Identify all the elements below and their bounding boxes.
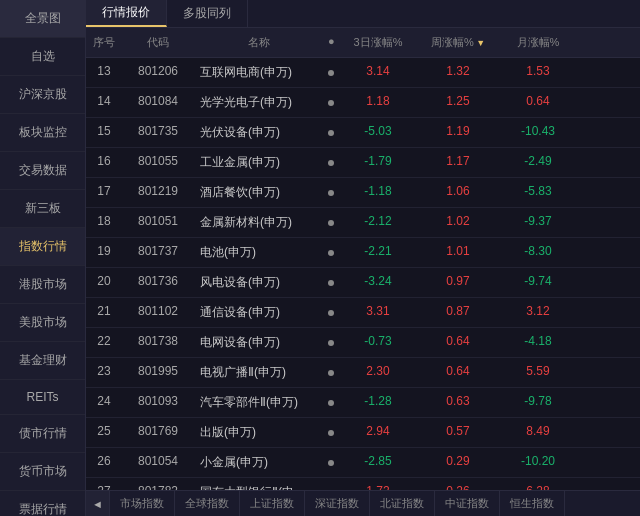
- cell-name: 出版(申万): [194, 420, 324, 445]
- sidebar-item[interactable]: 港股市场: [0, 266, 85, 304]
- cell-month: 5.59: [498, 360, 578, 385]
- cell-code: 801735: [122, 120, 194, 145]
- table-body: 13801206互联网电商(申万)3.141.321.5314801084光学光…: [86, 58, 640, 490]
- bottom-tab[interactable]: 市场指数: [110, 491, 175, 516]
- sidebar-item[interactable]: 全景图: [0, 0, 85, 38]
- col-day3[interactable]: 3日涨幅%: [338, 32, 418, 53]
- cell-week: 0.97: [418, 270, 498, 295]
- table-header: 序号 代码 名称 ● 3日涨幅% 周涨幅% 月涨幅%: [86, 28, 640, 58]
- cell-day3: 2.30: [338, 360, 418, 385]
- cell-name: 电视广播Ⅱ(申万): [194, 360, 324, 385]
- dot-indicator: [328, 70, 334, 76]
- bottom-tab[interactable]: 上证指数: [240, 491, 305, 516]
- table-row[interactable]: 16801055工业金属(申万)-1.791.17-2.49: [86, 148, 640, 178]
- table-row[interactable]: 26801054小金属(申万)-2.850.29-10.20: [86, 448, 640, 478]
- cell-dot: [324, 420, 338, 445]
- cell-name: 光学光电子(申万): [194, 90, 324, 115]
- cell-name: 通信设备(申万): [194, 300, 324, 325]
- sidebar-item[interactable]: REITs: [0, 380, 85, 415]
- cell-day3: 3.14: [338, 60, 418, 85]
- table-row[interactable]: 21801102通信设备(申万)3.310.873.12: [86, 298, 640, 328]
- cell-month: -9.37: [498, 210, 578, 235]
- cell-num: 18: [86, 210, 122, 235]
- cell-dot: [324, 330, 338, 355]
- table-row[interactable]: 14801084光学光电子(申万)1.181.250.64: [86, 88, 640, 118]
- dot-indicator: [328, 250, 334, 256]
- scroll-left-button[interactable]: ◄: [86, 491, 110, 516]
- cell-week: 1.19: [418, 120, 498, 145]
- table-row[interactable]: 19801737电池(申万)-2.211.01-8.30: [86, 238, 640, 268]
- bottom-tab[interactable]: 深证指数: [305, 491, 370, 516]
- sidebar-item[interactable]: 新三板: [0, 190, 85, 228]
- cell-name: 金属新材料(申万): [194, 210, 324, 235]
- cell-name: 酒店餐饮(申万): [194, 180, 324, 205]
- cell-day3: -3.24: [338, 270, 418, 295]
- cell-num: 26: [86, 450, 122, 475]
- sidebar-item[interactable]: 沪深京股: [0, 76, 85, 114]
- cell-num: 22: [86, 330, 122, 355]
- col-code: 代码: [122, 32, 194, 53]
- sidebar-item[interactable]: 美股市场: [0, 304, 85, 342]
- bottom-tab[interactable]: 恒生指数: [500, 491, 565, 516]
- cell-name: 电网设备(申万): [194, 330, 324, 355]
- cell-day3: -2.12: [338, 210, 418, 235]
- table-row[interactable]: 13801206互联网电商(申万)3.141.321.53: [86, 58, 640, 88]
- cell-code: 801102: [122, 300, 194, 325]
- table-row[interactable]: 18801051金属新材料(申万)-2.121.02-9.37: [86, 208, 640, 238]
- table-row[interactable]: 27801782国有大型银行Ⅱ(申…1.720.266.28: [86, 478, 640, 490]
- dot-indicator: [328, 280, 334, 286]
- cell-day3: -1.18: [338, 180, 418, 205]
- bottom-tab[interactable]: 全球指数: [175, 491, 240, 516]
- cell-month: -10.20: [498, 450, 578, 475]
- table-row[interactable]: 17801219酒店餐饮(申万)-1.181.06-5.83: [86, 178, 640, 208]
- table-row[interactable]: 20801736风电设备(申万)-3.240.97-9.74: [86, 268, 640, 298]
- table-row[interactable]: 24801093汽车零部件Ⅱ(申万)-1.280.63-9.78: [86, 388, 640, 418]
- top-tab[interactable]: 行情报价: [86, 0, 167, 27]
- cell-month: -2.49: [498, 150, 578, 175]
- cell-code: 801769: [122, 420, 194, 445]
- cell-num: 19: [86, 240, 122, 265]
- cell-num: 16: [86, 150, 122, 175]
- cell-num: 14: [86, 90, 122, 115]
- table-row[interactable]: 15801735光伏设备(申万)-5.031.19-10.43: [86, 118, 640, 148]
- bottom-tab[interactable]: 北证指数: [370, 491, 435, 516]
- cell-dot: [324, 60, 338, 85]
- app-container: 全景图自选沪深京股板块监控交易数据新三板指数行情港股市场美股市场基金理财REIT…: [0, 0, 640, 516]
- cell-day3: -5.03: [338, 120, 418, 145]
- top-tab[interactable]: 多股同列: [167, 0, 248, 27]
- cell-code: 801737: [122, 240, 194, 265]
- cell-dot: [324, 270, 338, 295]
- cell-month: -5.83: [498, 180, 578, 205]
- col-week[interactable]: 周涨幅%: [418, 32, 498, 53]
- cell-num: 25: [86, 420, 122, 445]
- table-row[interactable]: 25801769出版(申万)2.940.578.49: [86, 418, 640, 448]
- cell-code: 801084: [122, 90, 194, 115]
- cell-week: 0.63: [418, 390, 498, 415]
- cell-code: 801738: [122, 330, 194, 355]
- table-row[interactable]: 22801738电网设备(申万)-0.730.64-4.18: [86, 328, 640, 358]
- sidebar-item[interactable]: 指数行情: [0, 228, 85, 266]
- dot-indicator: [328, 370, 334, 376]
- sidebar-item[interactable]: 债市行情: [0, 415, 85, 453]
- cell-num: 21: [86, 300, 122, 325]
- table-row[interactable]: 23801995电视广播Ⅱ(申万)2.300.645.59: [86, 358, 640, 388]
- cell-code: 801219: [122, 180, 194, 205]
- sidebar-item[interactable]: 板块监控: [0, 114, 85, 152]
- cell-month: 6.28: [498, 480, 578, 490]
- col-month[interactable]: 月涨幅%: [498, 32, 578, 53]
- dot-indicator: [328, 340, 334, 346]
- sidebar-item[interactable]: 自选: [0, 38, 85, 76]
- sidebar-item[interactable]: 交易数据: [0, 152, 85, 190]
- table-container: 序号 代码 名称 ● 3日涨幅% 周涨幅% 月涨幅% 13801206互联网电商…: [86, 28, 640, 490]
- cell-month: 8.49: [498, 420, 578, 445]
- cell-code: 801054: [122, 450, 194, 475]
- cell-week: 0.64: [418, 330, 498, 355]
- sidebar-item[interactable]: 基金理财: [0, 342, 85, 380]
- bottom-tab[interactable]: 中证指数: [435, 491, 500, 516]
- cell-num: 20: [86, 270, 122, 295]
- sidebar-item[interactable]: 票据行情: [0, 491, 85, 516]
- dot-indicator: [328, 220, 334, 226]
- sidebar-item[interactable]: 货币市场: [0, 453, 85, 491]
- cell-num: 24: [86, 390, 122, 415]
- cell-name: 光伏设备(申万): [194, 120, 324, 145]
